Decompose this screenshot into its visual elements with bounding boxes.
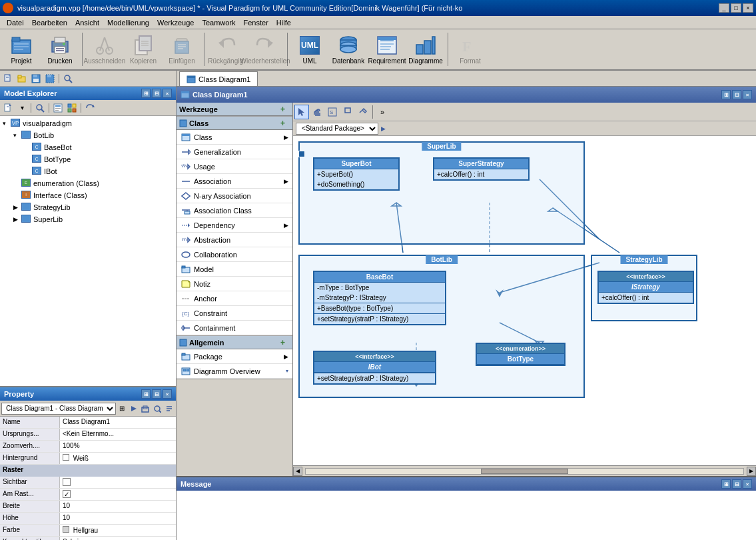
h-scroll-left[interactable]: ◀ [293, 467, 302, 476]
sichtbar-checkbox[interactable] [63, 478, 71, 486]
property-selector[interactable]: Class Diagram1 - Class Diagram [1, 403, 116, 415]
prop-icon-1[interactable]: ⊞ [141, 389, 151, 399]
zoom-tool[interactable] [356, 105, 370, 119]
toolbox-allgemein-header[interactable]: Allgemein + [177, 336, 292, 349]
exp-dropdown-btn[interactable]: ▾ [15, 102, 29, 114]
tree-item-superlib[interactable]: ▶ SuperLib [0, 213, 176, 225]
uml-button[interactable]: UML UML [291, 31, 328, 68]
prop-btn-5[interactable] [163, 403, 175, 415]
toolbox-item-assocclass[interactable]: Association Class [177, 203, 292, 218]
prop-close-icon[interactable]: × [163, 389, 172, 399]
save-file-btn[interactable] [29, 73, 43, 85]
toolbox-item-containment[interactable]: Containment [177, 321, 292, 335]
prop-btn-1[interactable]: ⊞ [117, 403, 128, 415]
msg-icon-2[interactable]: ⊟ [732, 479, 741, 489]
hand-tool[interactable] [310, 105, 324, 119]
toolbox-item-package[interactable]: Package ▶ [177, 349, 292, 364]
diag-pin-icon[interactable]: ⊟ [732, 90, 741, 99]
new-file-btn[interactable] [1, 73, 15, 85]
toolbox-item-model[interactable]: Model [177, 262, 292, 277]
tree-item-ibot[interactable]: C IBot [0, 165, 176, 177]
tree-item-basebot[interactable]: C BaseBot [0, 141, 176, 153]
h-scroll-thumb[interactable] [481, 469, 568, 474]
h-scroll-track[interactable] [305, 468, 744, 475]
menu-fenster[interactable]: Fenster [240, 17, 272, 28]
save-as-btn[interactable] [43, 73, 57, 85]
toolbox-item-dependency[interactable]: Dependency ▶ [177, 218, 292, 233]
exp-icon-btn[interactable] [65, 102, 79, 114]
toolbox-werkzeuge-header[interactable]: Werkzeuge + [177, 103, 292, 116]
toolbox-item-notiz[interactable]: Notiz [177, 277, 292, 291]
more-tool[interactable]: » [375, 105, 390, 119]
toolbox-item-constraint[interactable]: {C} Constraint [177, 306, 292, 321]
einfuegen-button[interactable]: Einfügen [163, 31, 200, 68]
toolbox-werkzeuge-add[interactable]: + [280, 105, 290, 114]
me-close-icon[interactable]: × [163, 89, 172, 98]
diagramme-button[interactable]: Diagramme [407, 31, 444, 68]
exp-prop-btn[interactable] [51, 102, 65, 114]
prop-value-konnektorstil[interactable]: Schräg [60, 537, 176, 540]
select-tool[interactable] [340, 105, 355, 119]
menu-hilfe[interactable]: Hilfe [272, 17, 295, 28]
me-icon-1[interactable]: ⊞ [141, 89, 151, 98]
menu-modellierung[interactable]: Modellierung [103, 17, 153, 28]
toolbox-item-association[interactable]: Association ▶ [177, 174, 292, 189]
exp-new-btn[interactable] [1, 102, 15, 114]
prop-value-name[interactable]: Class Diagram1 [60, 417, 176, 428]
pointer-tool[interactable] [294, 105, 309, 119]
close-button[interactable]: × [743, 3, 753, 13]
tree-item-visualparadigm[interactable]: ▾ VP visualparadigm [0, 117, 176, 129]
superstrategy-box[interactable]: SuperStrategy +calcOffer() : int [433, 157, 530, 181]
prop-value-hintergrund[interactable]: Weiß [60, 453, 176, 464]
prop-icon-2[interactable]: ⊟ [152, 389, 161, 399]
menu-teamwork[interactable]: Teamwork [198, 17, 239, 28]
prop-value-farbe[interactable]: Hellgrau [60, 525, 176, 536]
prop-value-hoehe[interactable]: 10 [60, 513, 176, 524]
toolbox-item-overview[interactable]: Diagramm Overview ▾ [177, 364, 292, 379]
msg-icon-1[interactable]: ⊞ [721, 479, 731, 489]
minimize-button[interactable]: _ [719, 3, 729, 13]
diag-maximize-icon[interactable]: ⊞ [721, 90, 731, 99]
prop-btn-4[interactable] [152, 403, 163, 415]
toolbox-item-collaboration[interactable]: Collaboration [177, 247, 292, 262]
prop-btn-2[interactable] [129, 403, 140, 415]
toolbox-allgemein-add[interactable]: + [280, 338, 290, 347]
istrategy-box[interactable]: <<Interface>> IStrategy +calcOffer() : i… [597, 271, 694, 304]
diag-close-icon[interactable]: × [743, 90, 752, 99]
tree-item-strategylib[interactable]: ▶ StrategyLib [0, 201, 176, 213]
open-file-btn[interactable] [15, 73, 29, 85]
h-scrollbar[interactable]: ◀ ▶ [293, 465, 756, 476]
window-controls[interactable]: _ □ × [719, 3, 753, 13]
format-button[interactable]: F Format [452, 31, 489, 68]
toolbox-class-header[interactable]: Class + [177, 117, 292, 130]
superbot-box[interactable]: SuperBot +SuperBot() +doSomething() [313, 157, 400, 191]
menu-datei[interactable]: Datei [3, 17, 28, 28]
wiederherstellen-button[interactable]: Wiederherstellen [246, 31, 284, 68]
drucken-button[interactable]: Drucken [41, 31, 79, 68]
snap-tool[interactable]: S [325, 105, 340, 119]
menu-bearbeiten[interactable]: Bearbeiten [28, 17, 71, 28]
requirement-button[interactable]: Requirement [368, 31, 406, 68]
menu-werkzeuge[interactable]: Werkzeuge [153, 17, 198, 28]
me-icon-2[interactable]: ⊟ [152, 89, 161, 98]
prop-value-breite[interactable]: 10 [60, 501, 176, 512]
h-scroll-right[interactable]: ▶ [747, 467, 756, 476]
kopieren-button[interactable]: Kopieren [125, 31, 162, 68]
maximize-button[interactable]: □ [731, 3, 741, 13]
package-selector[interactable]: <Standard Package> [296, 123, 378, 135]
exp-search-btn[interactable] [33, 102, 47, 114]
tree-item-botlib[interactable]: ▾ BotLib [0, 129, 176, 141]
toolbox-class-add[interactable]: + [280, 119, 290, 128]
toolbox-item-nary[interactable]: N-ary Association [177, 189, 292, 203]
menu-ansicht[interactable]: Ansicht [71, 17, 103, 28]
prop-value-ursprung[interactable]: <Kein Elternmo... [60, 429, 176, 440]
projekt-button[interactable]: Projekt [3, 31, 40, 68]
toolbox-item-usage[interactable]: «u» Usage [177, 159, 292, 174]
prop-value-zoom[interactable]: 100% [60, 441, 176, 452]
exp-refresh-btn[interactable] [83, 102, 97, 114]
basebot-box[interactable]: BaseBot -mType : BotType -mStrategyP : I… [313, 271, 446, 325]
prop-btn-3[interactable] [140, 403, 151, 415]
toolbox-item-class[interactable]: Class ▶ [177, 130, 292, 145]
diagram-canvas[interactable]: SuperLib SuperBot +SuperBot() +doSomethi… [293, 136, 756, 465]
toolbox-item-abstraction[interactable]: «a» Abstraction [177, 233, 292, 247]
